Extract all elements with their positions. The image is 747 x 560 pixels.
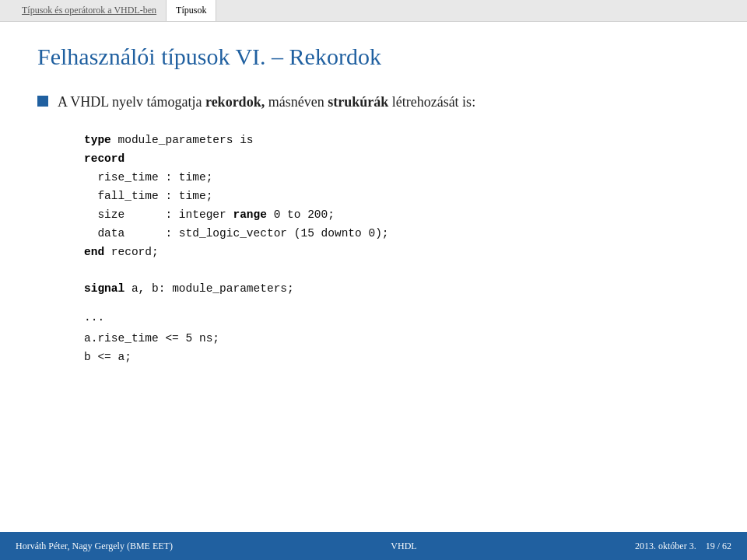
code-line-2: record [84,150,710,169]
code-block-2: a.rise_time <= 5 ns; b <= a; [84,330,710,367]
footer-left: Horváth Péter, Nagy Gergely (BME EET) [16,541,173,552]
code-line-8: signal a, b: module_parameters; [84,280,710,299]
slide-title: Felhasználói típusok VI. – Rekordok [37,44,710,70]
code-block: type module_parameters is record rise_ti… [84,131,710,299]
footer-page: 19 / 62 [706,541,731,551]
bullet-bold-1: rekordok, [205,94,265,110]
bullet-point: A VHDL nyelv támogatja rekordok, másnéve… [37,92,710,113]
bullet-text-middle: másnéven [265,94,328,110]
footer-bar: Horváth Péter, Nagy Gergely (BME EET) VH… [0,532,747,560]
footer-date: 2013. október 3. [635,541,696,551]
topbar-item-2[interactable]: Típusok [166,0,216,21]
code-line-3: rise_time : time; [84,169,710,187]
top-navigation-bar: Típusok és operátorok a VHDL-ben Típusok [0,0,747,22]
bullet-text-after: létrehozását is: [388,94,475,110]
bullet-text: A VHDL nyelv támogatja rekordok, másnéve… [58,92,475,113]
footer-right: 2013. október 3. 19 / 62 [635,541,731,552]
slide-content: Felhasználói típusok VI. – Rekordok A VH… [0,22,747,532]
code-dots: ... [84,311,710,324]
code-line-5: size : integer range 0 to 200; [84,206,710,225]
code-line-1: type module_parameters is [84,131,710,150]
code-line-7: end record; [84,243,710,262]
code-line-10: b <= a; [84,348,710,367]
bullet-bold-2: strukúrák [328,94,388,110]
bullet-icon [37,96,48,107]
code-line-blank [84,261,710,280]
topbar-item-1[interactable]: Típusok és operátorok a VHDL-ben [12,0,166,21]
footer-center: VHDL [391,541,416,552]
code-line-9: a.rise_time <= 5 ns; [84,330,710,348]
code-line-6: data : std_logic_vector (15 downto 0); [84,225,710,243]
bullet-text-before: A VHDL nyelv támogatja [58,94,205,110]
code-line-4: fall_time : time; [84,187,710,206]
